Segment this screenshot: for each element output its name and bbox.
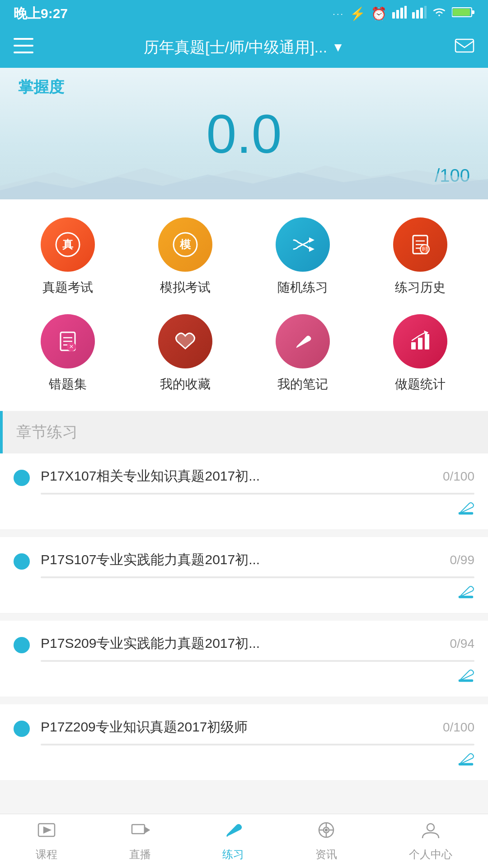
list-score: 0/99 <box>450 553 475 567</box>
list-dot <box>14 553 30 570</box>
svg-rect-37 <box>459 513 473 514</box>
svg-rect-39 <box>459 680 473 681</box>
function-item-exam-mock[interactable]: 模 模拟考试 <box>158 217 212 296</box>
profile-icon <box>421 821 441 844</box>
random-icon <box>276 217 330 272</box>
function-item-exam-real[interactable]: 真 真题考试 <box>41 217 95 296</box>
wrong-icon: × <box>41 314 95 368</box>
list-dot <box>14 637 30 653</box>
practice-icon <box>223 821 243 844</box>
notes-icon <box>276 314 330 368</box>
edit-icon[interactable] <box>457 750 474 771</box>
function-item-favorite[interactable]: 我的收藏 <box>158 314 212 393</box>
list-item[interactable]: P17Z209专业知识真题2017初级师 0/100 <box>0 704 488 781</box>
battery-icon <box>452 6 474 21</box>
notes-label: 我的笔记 <box>277 376 328 393</box>
list-content: P17Z209专业知识真题2017初级师 0/100 <box>41 718 474 771</box>
svg-rect-14 <box>455 39 474 52</box>
random-label: 随机练习 <box>277 279 328 296</box>
exam-mock-label: 模拟考试 <box>160 279 211 296</box>
svg-point-52 <box>427 824 434 831</box>
svg-text:模: 模 <box>179 238 191 250</box>
nav-live-label: 直播 <box>129 847 151 862</box>
bluetooth-icon: ⚡ <box>350 6 366 21</box>
mountain-decoration <box>0 163 488 199</box>
list-title-row: P17X107相关专业知识真题2017初... 0/100 <box>41 467 474 486</box>
function-item-history[interactable]: 时 练习历史 <box>393 217 447 296</box>
score-number: 0.0 <box>18 107 470 161</box>
function-row-1: 真 真题考试 模 模拟考试 <box>9 217 479 296</box>
nav-course[interactable]: 课程 <box>36 821 57 862</box>
list-item[interactable]: P17S107专业实践能力真题2017初... 0/99 <box>0 537 488 613</box>
function-item-wrong[interactable]: × 错题集 <box>41 314 95 393</box>
function-item-notes[interactable]: 我的笔记 <box>276 314 330 393</box>
svg-rect-7 <box>424 6 427 19</box>
nav-live[interactable]: 直播 <box>129 821 151 862</box>
function-row-2: × 错题集 我的收藏 我的笔记 <box>9 314 479 393</box>
nav-profile[interactable]: 个人中心 <box>409 821 452 862</box>
nav-news-label: 资讯 <box>315 847 337 862</box>
function-item-random[interactable]: 随机练习 <box>276 217 330 296</box>
wrong-label: 错题集 <box>49 376 87 393</box>
list-item[interactable]: P17S209专业实践能力真题2017初... 0/94 <box>0 621 488 697</box>
svg-rect-4 <box>412 12 415 19</box>
list-progress <box>41 576 474 578</box>
exam-real-label: 真题考试 <box>42 279 93 296</box>
svg-marker-19 <box>309 237 314 243</box>
list-title: P17S209专业实践能力真题2017初... <box>41 634 441 653</box>
header-title[interactable]: 历年真题[士/师/中级通用]... ▼ <box>144 37 344 58</box>
nav-practice-label: 练习 <box>222 847 244 862</box>
list-title: P17X107相关专业知识真题2017初... <box>41 467 434 486</box>
svg-marker-42 <box>44 827 50 833</box>
chapter-section-header: 章节练习 <box>0 411 488 453</box>
list-item[interactable]: P17X107相关专业知识真题2017初... 0/100 <box>0 453 488 530</box>
wifi-icon <box>432 6 446 22</box>
nav-news[interactable]: 资讯 <box>315 821 337 862</box>
signal2-icon <box>412 6 427 22</box>
nav-course-label: 课程 <box>36 847 57 862</box>
svg-rect-38 <box>459 596 473 598</box>
history-label: 练习历史 <box>395 279 446 296</box>
svg-rect-10 <box>453 9 470 16</box>
edit-icon[interactable] <box>457 666 474 688</box>
course-icon <box>37 821 56 844</box>
function-item-stats[interactable]: 做题统计 <box>393 314 447 393</box>
list-progress <box>41 493 474 495</box>
list-progress <box>41 660 474 662</box>
svg-rect-0 <box>392 12 395 19</box>
nav-profile-label: 个人中心 <box>409 847 452 862</box>
bottom-nav: 课程 直播 练习 <box>0 814 488 868</box>
list-score: 0/100 <box>443 469 474 484</box>
list-edit-row <box>41 666 474 688</box>
svg-marker-44 <box>145 827 149 833</box>
svg-rect-40 <box>459 764 473 765</box>
mail-button[interactable] <box>455 38 474 58</box>
svg-rect-34 <box>418 338 422 349</box>
svg-rect-6 <box>420 8 423 19</box>
list-title: P17Z209专业知识真题2017初级师 <box>41 718 434 736</box>
alarm-icon: ⏰ <box>371 6 387 21</box>
list-content: P17S209专业实践能力真题2017初... 0/94 <box>41 634 474 688</box>
exam-real-icon: 真 <box>41 217 95 272</box>
dots-icon: ··· <box>333 9 344 19</box>
edit-icon[interactable] <box>457 499 474 520</box>
list-title-row: P17S209专业实践能力真题2017初... 0/94 <box>41 634 474 653</box>
header: 历年真题[士/师/中级通用]... ▼ <box>0 27 488 68</box>
menu-button[interactable] <box>14 38 33 57</box>
dropdown-icon: ▼ <box>332 40 344 55</box>
score-section: 掌握度 0.0 /100 <box>0 68 488 199</box>
svg-rect-33 <box>411 342 416 349</box>
svg-rect-1 <box>396 10 399 19</box>
edit-icon[interactable] <box>457 583 474 604</box>
stats-label: 做题统计 <box>395 376 446 393</box>
favorite-label: 我的收藏 <box>160 376 211 393</box>
svg-rect-3 <box>404 6 407 19</box>
list-progress <box>41 744 474 745</box>
chapter-list: P17X107相关专业知识真题2017初... 0/100 <box>0 453 488 781</box>
svg-rect-43 <box>132 825 145 834</box>
list-score: 0/94 <box>450 637 475 651</box>
svg-marker-20 <box>309 246 314 252</box>
status-time: 晚上9:27 <box>14 5 68 23</box>
svg-rect-35 <box>425 334 429 349</box>
nav-practice[interactable]: 练习 <box>222 821 244 862</box>
